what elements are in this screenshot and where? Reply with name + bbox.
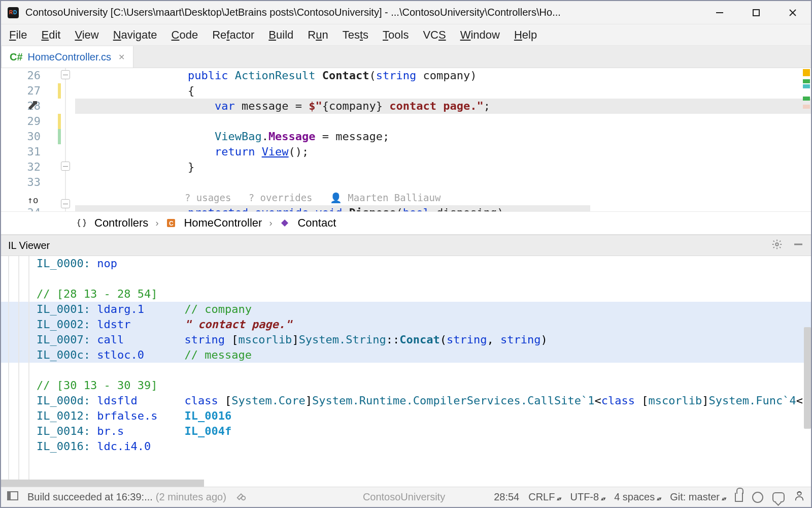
svg-rect-7 [33, 101, 37, 104]
menu-code[interactable]: Code [172, 28, 198, 42]
marker-warning[interactable] [803, 69, 810, 76]
build-status[interactable]: Build succeeded at 16:39:... (2 minutes … [27, 491, 226, 503]
feedback-icon[interactable] [772, 492, 785, 502]
code-line[interactable] [75, 114, 811, 129]
close-button[interactable] [774, 1, 811, 24]
il-line[interactable] [1, 271, 811, 287]
il-line[interactable] [1, 363, 811, 378]
line-separator[interactable]: CRLF [528, 491, 561, 503]
il-line[interactable]: IL_0000: nop [1, 256, 811, 271]
menu-tools[interactable]: Tools [383, 28, 409, 42]
hide-panel-icon[interactable] [793, 239, 804, 252]
fold-node-icon[interactable] [61, 70, 70, 79]
crumb-homecontroller[interactable]: HomeController [184, 216, 262, 230]
rider-logo-icon: RD [7, 7, 19, 19]
line-number: 32 [1, 160, 45, 175]
il-line[interactable]: IL_0002: ldstr " contact page." [1, 317, 811, 332]
menu-view[interactable]: View [75, 28, 98, 42]
marker-info[interactable] [803, 84, 810, 88]
build-settings-icon[interactable] [235, 490, 247, 504]
code-line[interactable] [75, 175, 811, 190]
code-line[interactable]: var message = $"{company} contact page."… [75, 99, 811, 114]
menu-vcs[interactable]: VCS [423, 28, 446, 42]
build-gutter-icon[interactable] [26, 100, 39, 112]
code-line[interactable]: ViewBag.Message = message; [75, 129, 811, 144]
il-line[interactable]: IL_0007: call string [mscorlib]System.St… [1, 332, 811, 347]
crumb-controllers[interactable]: Controllers [94, 216, 148, 230]
code-line[interactable]: protected override void Dispose(bool dis… [75, 205, 590, 211]
fold-guide [65, 68, 66, 211]
menu-file[interactable]: File [9, 28, 27, 42]
svg-text:R: R [9, 10, 13, 15]
indent-guide [28, 256, 29, 487]
encoding[interactable]: UTF-8 [570, 491, 605, 503]
code-area[interactable]: public ActionResult Contact(string compa… [75, 68, 811, 211]
svg-rect-14 [8, 492, 11, 500]
gear-icon[interactable] [771, 239, 783, 252]
breadcrumb: Controllers › C HomeController › Contact [1, 211, 811, 235]
git-branch[interactable]: Git: master [670, 491, 726, 503]
crumb-contact[interactable]: Contact [297, 216, 336, 230]
codelens-row[interactable]: ? usages ? overrides 👤 Maarten Balliauw [75, 190, 811, 205]
code-line[interactable]: } [75, 160, 811, 175]
tab-bar: C# HomeController.cs ✕ [1, 46, 811, 68]
menu-edit[interactable]: Edit [41, 28, 60, 42]
il-line[interactable]: IL_0001: ldarg.1 // company [1, 302, 811, 317]
close-tab-icon[interactable]: ✕ [118, 52, 125, 62]
menu-help[interactable]: Help [514, 28, 537, 42]
fold-node-icon[interactable] [61, 199, 70, 208]
inspector-icon[interactable] [794, 490, 805, 504]
method-icon [279, 217, 290, 229]
progress-icon[interactable] [752, 492, 763, 503]
marker-strip[interactable] [802, 68, 811, 211]
menubar: FileEditViewNavigateCodeRefactorBuildRun… [1, 24, 811, 46]
project-name[interactable]: ContosoUniversity [363, 491, 445, 503]
il-line[interactable]: // [28 13 - 28 54] [1, 287, 811, 302]
code-line[interactable]: { [75, 83, 811, 99]
svg-text:D: D [13, 10, 17, 15]
indent-guide [18, 256, 19, 487]
lock-icon[interactable] [735, 493, 743, 502]
indent-setting[interactable]: 4 spaces [614, 491, 661, 503]
marker-ok[interactable] [803, 97, 810, 101]
cursor-position[interactable]: 28:54 [494, 491, 519, 503]
il-viewer-body[interactable]: IL_0000: nop // [28 13 - 28 54]IL_0001: … [1, 256, 811, 487]
toolwindow-toggle-icon[interactable] [7, 491, 18, 503]
il-line[interactable]: IL_0014: br.s IL_004f [1, 424, 811, 439]
il-line[interactable]: IL_000d: ldsfld class [System.Core]Syste… [1, 393, 811, 408]
il-line[interactable]: IL_000c: stloc.0 // message [1, 347, 811, 363]
tab-filename: HomeController.cs [28, 51, 112, 63]
svg-rect-4 [753, 10, 759, 16]
code-line[interactable]: public ActionResult Contact(string compa… [75, 68, 811, 83]
minimize-button[interactable] [701, 1, 738, 24]
override-gutter-icon[interactable]: ↑o [27, 195, 39, 205]
window-title: ContosoUniversity [C:\Users\maart\Deskto… [25, 7, 701, 18]
fold-node-icon[interactable] [61, 162, 70, 171]
change-bar-added [58, 129, 61, 144]
namespace-icon [76, 217, 87, 229]
maximize-button[interactable] [738, 1, 774, 24]
tab-homecontroller[interactable]: C# HomeController.cs ✕ [1, 46, 133, 68]
svg-text:C: C [169, 220, 174, 227]
build-status-text: Build succeeded at 16:39:... [27, 491, 153, 503]
gutter: 262728293031323334 [1, 68, 45, 211]
marker-change[interactable] [803, 105, 810, 109]
il-line[interactable]: IL_0012: brfalse.s IL_0016 [1, 408, 811, 424]
scrollbar-vertical-thumb[interactable] [804, 327, 811, 429]
il-line[interactable]: // [30 13 - 30 39] [1, 378, 811, 393]
il-line[interactable]: IL_0016: ldc.i4.0 [1, 439, 811, 454]
menu-window[interactable]: Window [460, 28, 500, 42]
il-viewer-title: IL Viewer [8, 240, 50, 251]
menu-tests[interactable]: Tests [343, 28, 368, 42]
menu-run[interactable]: Run [308, 28, 328, 42]
scrollbar-horizontal-thumb[interactable] [1, 480, 204, 487]
change-bar-modified [58, 83, 61, 99]
class-icon: C [165, 217, 177, 229]
code-line[interactable]: return View(); [75, 144, 811, 160]
svg-marker-10 [281, 219, 288, 227]
menu-refactor[interactable]: Refactor [212, 28, 254, 42]
marker-ok[interactable] [803, 79, 810, 83]
menu-build[interactable]: Build [268, 28, 293, 42]
menu-navigate[interactable]: Navigate [113, 28, 157, 42]
editor[interactable]: 262728293031323334 ↑o public ActionResul… [1, 68, 811, 211]
